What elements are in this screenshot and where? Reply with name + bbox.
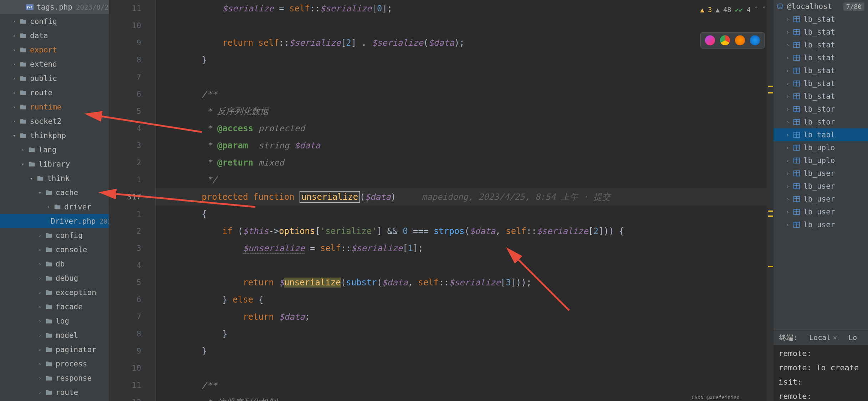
chevron-icon[interactable]: › <box>11 118 17 124</box>
chevron-icon[interactable]: ▾ <box>29 176 34 181</box>
tree-item-model[interactable]: ›model <box>0 328 109 342</box>
chevron-icon[interactable]: › <box>11 19 17 24</box>
terminal-tab-2[interactable]: Lo <box>843 330 863 345</box>
tree-item-facade[interactable]: ›facade <box>0 300 109 314</box>
chevron-icon[interactable]: › <box>785 42 791 48</box>
db-table-item[interactable]: ›lb_stat <box>773 26 868 39</box>
chevron-icon[interactable]: › <box>37 233 43 238</box>
db-table-item[interactable]: ›lb_user <box>773 205 868 218</box>
db-table-item[interactable]: ›lb_stat <box>773 39 868 51</box>
terminal-output[interactable]: remote: remote: To create isit: remote: <box>773 345 868 401</box>
db-table-item[interactable]: ›lb_user <box>773 180 868 193</box>
chevron-icon[interactable]: › <box>11 47 17 53</box>
chevron-icon[interactable]: › <box>37 375 43 381</box>
chevron-icon[interactable]: › <box>785 119 791 125</box>
db-table-item[interactable]: ›lb_stat <box>773 51 868 64</box>
tree-item-route[interactable]: ›route <box>0 385 109 400</box>
chevron-icon[interactable]: › <box>785 29 791 35</box>
inspections-widget[interactable]: ▲3 ▲48 ✔✔4 ˆ ˇ <box>700 6 766 14</box>
chevron-icon[interactable]: › <box>37 347 43 352</box>
tree-item-socket2[interactable]: ›socket2 <box>0 114 109 128</box>
tree-item-response[interactable]: ›response <box>0 371 109 385</box>
tree-item-log[interactable]: ›log <box>0 314 109 328</box>
chevron-icon[interactable]: › <box>785 196 791 202</box>
close-icon[interactable]: × <box>833 333 837 342</box>
chevron-icon[interactable]: › <box>37 390 43 395</box>
chevron-icon[interactable]: › <box>785 16 791 22</box>
chevron-icon[interactable]: › <box>785 106 791 112</box>
tree-item-exception[interactable]: ›exception <box>0 285 109 300</box>
chevron-icon[interactable]: › <box>785 68 791 73</box>
db-table-item[interactable]: ›lb_user <box>773 218 868 231</box>
chevron-icon[interactable]: › <box>785 145 791 151</box>
phpstorm-icon[interactable] <box>705 35 715 45</box>
tree-item-think[interactable]: ▾think <box>0 171 109 186</box>
db-table-item[interactable]: ›lb_user <box>773 167 868 180</box>
chevron-icon[interactable]: › <box>37 247 43 253</box>
chevron-icon[interactable]: › <box>785 171 791 176</box>
chevron-icon[interactable]: › <box>11 90 17 96</box>
chevron-icon[interactable]: › <box>785 55 791 61</box>
chevron-down-icon[interactable]: ˇ <box>762 6 766 14</box>
chevron-icon[interactable]: › <box>785 132 791 138</box>
tree-item-db[interactable]: ›db <box>0 257 109 271</box>
chevron-icon[interactable]: › <box>37 333 43 338</box>
db-header[interactable]: ⛁ @localhost 7/80 <box>773 0 868 13</box>
chevron-icon[interactable]: › <box>37 318 43 324</box>
chevron-icon[interactable]: › <box>785 209 791 215</box>
tree-item-console[interactable]: ›console <box>0 243 109 257</box>
tree-item-Driver-php[interactable]: CDriver.php2023/ <box>0 214 109 228</box>
terminal-tab-local[interactable]: Local× <box>803 330 843 345</box>
chevron-icon[interactable]: ▾ <box>20 161 26 167</box>
chevron-icon[interactable]: › <box>785 81 791 86</box>
chevron-icon[interactable]: › <box>37 275 43 281</box>
tree-item-export[interactable]: ›export <box>0 43 109 57</box>
tree-item-config[interactable]: ›config <box>0 14 109 29</box>
chevron-icon[interactable]: › <box>785 222 791 228</box>
tree-item-library[interactable]: ▾library <box>0 157 109 171</box>
db-table-item[interactable]: ›lb_stat <box>773 13 868 26</box>
error-stripe[interactable] <box>767 0 773 401</box>
tree-item-paginator[interactable]: ›paginator <box>0 342 109 357</box>
db-table-item[interactable]: ›lb_user <box>773 193 868 205</box>
tree-item-debug[interactable]: ›debug <box>0 271 109 285</box>
chevron-icon[interactable]: › <box>46 204 51 210</box>
tree-item-driver[interactable]: ›driver <box>0 200 109 214</box>
chevron-icon[interactable]: ▾ <box>11 133 17 138</box>
tree-item-process[interactable]: ›process <box>0 357 109 371</box>
tree-item-lang[interactable]: ›lang <box>0 143 109 157</box>
chevron-icon[interactable]: › <box>37 261 43 267</box>
chevron-icon[interactable]: ▾ <box>37 190 43 196</box>
tree-item-cache[interactable]: ▾cache <box>0 186 109 200</box>
db-table-item[interactable]: ›lb_uplo <box>773 154 868 167</box>
chevron-icon[interactable]: › <box>785 93 791 99</box>
tree-item-config[interactable]: ›config <box>0 228 109 243</box>
firefox-icon[interactable] <box>735 35 745 45</box>
chevron-icon[interactable]: › <box>37 304 43 310</box>
tree-item-route[interactable]: ›route <box>0 86 109 100</box>
db-table-item[interactable]: ›lb_stat <box>773 90 868 103</box>
tree-item-public[interactable]: ›public <box>0 71 109 86</box>
chevron-icon[interactable]: › <box>11 104 17 110</box>
tree-item-data[interactable]: ›data <box>0 29 109 43</box>
db-table-item[interactable]: ›lb_tabl <box>773 128 868 141</box>
chevron-up-icon[interactable]: ˆ <box>754 6 758 14</box>
db-table-item[interactable]: ›lb_stat <box>773 64 868 77</box>
db-table-item[interactable]: ›lb_uplo <box>773 141 868 154</box>
safari-icon[interactable] <box>750 35 760 45</box>
chrome-icon[interactable] <box>720 35 730 45</box>
chevron-icon[interactable]: › <box>785 158 791 163</box>
db-table-item[interactable]: ›lb_stor <box>773 103 868 116</box>
tree-item-extend[interactable]: ›extend <box>0 57 109 71</box>
db-table-item[interactable]: ›lb_stor <box>773 116 868 128</box>
chevron-icon[interactable]: › <box>11 76 17 81</box>
chevron-icon[interactable]: › <box>20 147 26 153</box>
db-table-item[interactable]: ›lb_stat <box>773 77 868 90</box>
chevron-icon[interactable]: › <box>37 290 43 295</box>
code-content[interactable]: $serialize = self::$serialize[0]; return… <box>155 0 767 401</box>
chevron-icon[interactable]: › <box>785 183 791 189</box>
chevron-icon[interactable]: › <box>11 61 17 67</box>
editor-body[interactable]: 1110987654321317123456789101112 $seriali… <box>109 0 773 401</box>
tree-item-thinkphp[interactable]: ▾thinkphp <box>0 128 109 143</box>
tree-item-runtime[interactable]: ›runtime <box>0 100 109 114</box>
